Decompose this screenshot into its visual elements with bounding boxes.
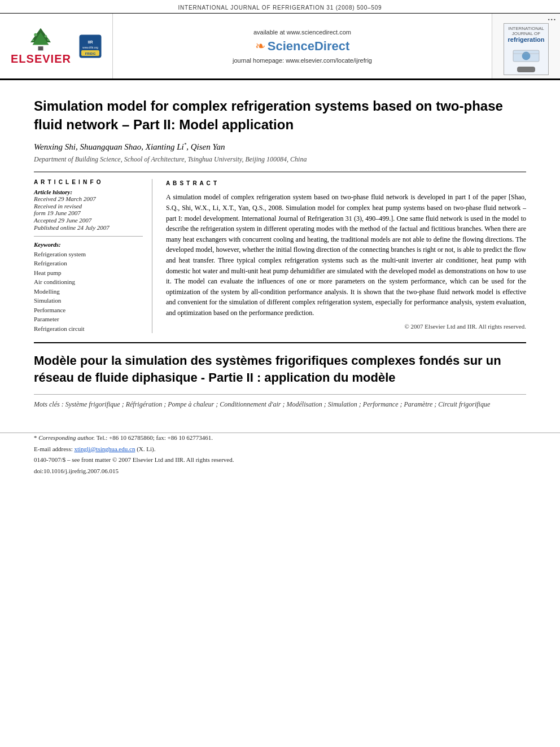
abstract-title: A B S T R A C T (166, 179, 526, 188)
journal-name-right: refrigeration (506, 36, 546, 43)
svg-text:FRIDG: FRIDG (85, 52, 96, 55)
affiliation-line: Department of Building Science, School o… (34, 155, 526, 164)
logo-row: ELSEVIER IIR www.iifiir.org FRIDG (11, 27, 102, 65)
corresponding-contact: Tel.: +86 10 62785860; fax: +86 10 62773… (97, 434, 213, 441)
svg-point-5 (32, 39, 34, 41)
sciencedirect-icon: ❧ (255, 39, 265, 54)
svg-text:www.iifiir.org: www.iifiir.org (82, 46, 98, 49)
divider-heavy (34, 342, 526, 343)
footer-section: * Corresponding author. Tel.: +86 10 627… (0, 433, 560, 488)
journal-cover: ▪ ▪ ▪ internationaljournal of refrigerat… (492, 14, 560, 78)
intl-label: internationaljournal of (506, 26, 546, 36)
abstract-text: A simulation model of complex refrigerat… (166, 192, 526, 318)
asterisk: * (184, 142, 187, 147)
journal-header-text: INTERNATIONAL JOURNAL OF REFRIGERATION 3… (178, 5, 382, 11)
keyword-5: Simulation (34, 296, 143, 305)
svg-point-3 (34, 33, 37, 36)
sciencedirect-text: ScienceDirect (268, 39, 350, 54)
elsevier-tree-icon (24, 27, 58, 53)
corresponding-note: * Corresponding author. Tel.: +86 10 627… (34, 433, 526, 443)
keywords-label: Keywords: (34, 241, 143, 248)
svg-point-4 (45, 35, 47, 37)
journal-homepage-text: journal homepage: www.elsevier.com/locat… (233, 57, 372, 64)
email-name: (X. Li). (137, 445, 155, 452)
elsevier-wordmark: ELSEVIER (11, 53, 71, 65)
history-item-2: Accepted 29 June 2007 (34, 217, 143, 224)
svg-point-6 (47, 38, 50, 41)
email-line: E-mail address: xtingli@tsinghua.edu.cn … (34, 444, 526, 454)
journal-cover-box: internationaljournal of refrigeration (504, 23, 549, 75)
corresponding-label: Corresponding author. (38, 434, 95, 441)
email-label: E-mail address: (34, 445, 74, 452)
page: INTERNATIONAL JOURNAL OF REFRIGERATION 3… (0, 0, 560, 747)
keyword-1: Refrigeration (34, 259, 143, 268)
journal-cover-content: ▪ ▪ ▪ internationaljournal of refrigerat… (497, 17, 555, 75)
mots-cles-label: Mots clés (34, 400, 60, 408)
elsevier-logo: ELSEVIER (11, 27, 71, 65)
main-content: Simulation model for complex refrigerati… (0, 80, 560, 410)
authors-line: Wenxing Shi, Shuangquan Shao, Xianting L… (34, 142, 526, 152)
cover-icon (512, 46, 540, 63)
article-info-title: A R T I C L E I N F O (34, 179, 143, 185)
abstract-column: A B S T R A C T A simulation model of co… (166, 179, 526, 334)
corresponding-text: * Corresponding author. Tel.: +86 10 627… (34, 434, 213, 441)
french-title: Modèle pour la simulation des systèmes f… (34, 352, 526, 386)
publisher-logos: ELSEVIER IIR www.iifiir.org FRIDG (0, 14, 113, 78)
authors-text: Wenxing Shi, Shuangquan Shao, Xianting L… (34, 142, 225, 151)
journal-header-bar: INTERNATIONAL JOURNAL OF REFRIGERATION 3… (0, 0, 560, 14)
cover-decoration (506, 46, 546, 65)
svg-rect-0 (38, 46, 43, 50)
keyword-0: Refrigeration system (34, 250, 143, 259)
iiir-badge-icon: IIR www.iifiir.org FRIDG (79, 34, 102, 58)
history-label: Article history: (34, 189, 143, 195)
license-line: 0140-7007/$ – see front matter © 2007 El… (34, 455, 526, 465)
keywords-section: Keywords: Refrigeration system Refrigera… (34, 241, 143, 334)
available-text: available at www.sciencedirect.com (253, 29, 351, 36)
mots-cles-text: Système frigorifique ; Réfrigération ; P… (65, 400, 491, 408)
keyword-4: Modelling (34, 287, 143, 296)
keyword-3: Air conditioning (34, 277, 143, 287)
article-history: Article history: Received 29 March 2007 … (34, 189, 143, 237)
iiir-logo: IIR www.iifiir.org FRIDG (79, 34, 102, 58)
history-item-0: Received 29 March 2007 (34, 195, 143, 202)
mots-cles-separator: : (60, 400, 65, 408)
article-title: Simulation model for complex refrigerati… (34, 97, 526, 134)
logo-bar: ELSEVIER IIR www.iifiir.org FRIDG availa… (0, 14, 560, 80)
asterisk-footnote: * (34, 434, 38, 441)
history-item-1: Received in revisedform 19 June 2007 (34, 203, 143, 216)
svg-point-13 (522, 52, 530, 60)
mots-cles-section: Mots clés : Système frigorifique ; Réfri… (34, 394, 526, 410)
article-info-column: A R T I C L E I N F O Article history: R… (34, 179, 152, 334)
two-column-section: A R T I C L E I N F O Article history: R… (34, 172, 526, 334)
keyword-7: Parameter (34, 314, 143, 324)
history-item-3: Published online 24 July 2007 (34, 224, 143, 231)
cover-badge (517, 67, 535, 72)
copyright-line: © 2007 Elsevier Ltd and IIR. All rights … (166, 322, 526, 331)
keyword-8: Refrigeration circuit (34, 324, 143, 334)
email-link[interactable]: xtingli@tsinghua.edu.cn (74, 445, 135, 452)
sciencedirect-section: available at www.sciencedirect.com ❧ Sci… (113, 14, 492, 78)
cover-top-text: ▪ ▪ ▪ (497, 17, 555, 22)
keyword-2: Heat pump (34, 268, 143, 278)
svg-text:IIR: IIR (88, 40, 93, 44)
keyword-6: Performance (34, 305, 143, 315)
doi-line: doi:10.1016/j.ijrefrig.2007.06.015 (34, 466, 526, 476)
sciencedirect-logo: ❧ ScienceDirect (255, 39, 350, 54)
